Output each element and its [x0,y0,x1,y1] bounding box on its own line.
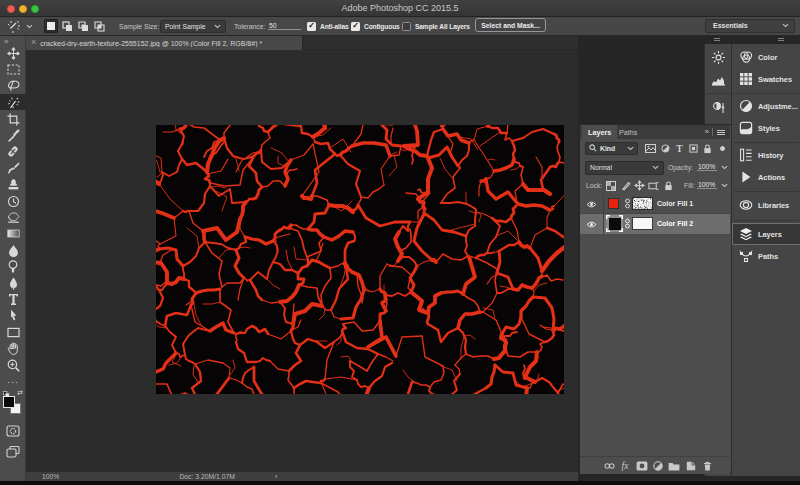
properties-panel-icon-button[interactable] [705,46,732,68]
chevron-down-icon[interactable] [721,165,728,170]
panel-button-layers[interactable]: Layers [732,223,800,245]
sample-size-select[interactable]: Point Sample [160,20,226,33]
panel-button-styles[interactable]: Styles [732,117,800,139]
type-tool[interactable] [0,291,26,307]
delete-layer-button[interactable] [701,460,713,472]
quick-mask-button[interactable] [0,423,26,439]
tab-layers[interactable]: Layers [582,125,617,139]
document-tab[interactable]: × cracked-dry-earth-texture-2555152.jpg … [26,36,303,50]
lock-position-button[interactable] [634,180,645,191]
brush-tool[interactable] [0,160,26,176]
magic-wand-tool[interactable] [0,94,26,110]
new-adjustment-layer-button[interactable] [652,460,664,472]
color-swatches-control[interactable]: ⇄ [3,391,23,413]
layer-row-color-fill-2[interactable]: Color Fill 2 [580,214,730,234]
layer-thumbnail-color-fill-1[interactable] [608,198,619,209]
lock-transparency-button[interactable] [605,180,616,191]
crop-tool[interactable] [0,111,26,127]
new-layer-button[interactable] [685,460,697,472]
chevron-down-icon[interactable] [721,183,728,188]
adjustments-panel-icon-button[interactable] [705,97,732,119]
new-selection-mode-button[interactable] [44,19,58,33]
fill-value[interactable]: 100% [697,181,717,189]
tool-preset-picker[interactable] [6,17,33,35]
path-selection-tool[interactable] [0,307,26,323]
blur-tool[interactable] [0,242,26,258]
layer-mask-thumbnail[interactable] [632,197,653,210]
opacity-value[interactable]: 100% [697,163,717,171]
mask-link-icon[interactable] [625,198,630,209]
layer-mask-thumbnail[interactable] [632,217,653,230]
filter-shape-layers-button[interactable] [688,143,699,154]
filter-kind-select[interactable]: Kind [585,142,638,155]
collapse-panel-chevrons[interactable]: » [705,127,708,136]
panel-button-adjustme[interactable]: Adjustme... [732,95,800,117]
filter-toggle[interactable] [719,145,726,152]
document-size-info[interactable]: Doc: 3.20M/1.07M [179,473,235,480]
gradient-tool[interactable] [0,225,26,241]
blend-mode-select[interactable]: Normal [585,161,664,175]
lock-artboard-button[interactable] [648,180,659,191]
filter-adjustment-layers-button[interactable] [660,143,671,154]
lock-pixels-button[interactable] [620,180,631,191]
hand-tool[interactable] [0,340,26,356]
dock-drag-handle[interactable] [714,38,720,41]
layer-name[interactable]: Color Fill 1 [657,200,693,207]
history-brush-tool[interactable] [0,193,26,209]
layer-visibility-toggle[interactable] [580,194,604,214]
titlebar: Adobe Photoshop CC 2015.5 [0,0,800,17]
canvas-image[interactable] [156,125,564,394]
zoom-tool[interactable] [0,357,26,373]
panel-button-paths[interactable]: Paths [732,245,800,267]
eyedropper-tool[interactable] [0,127,26,143]
add-layer-mask-button[interactable] [636,460,648,472]
layer-visibility-toggle[interactable] [580,214,604,234]
new-group-button[interactable] [668,460,680,472]
layer-row-color-fill-1[interactable]: Color Fill 1 [580,194,730,214]
move-tool[interactable] [0,45,26,61]
dodge-tool[interactable] [0,258,26,274]
zoom-level[interactable]: 100% [42,473,59,480]
panel-menu-icon[interactable] [717,130,725,135]
contiguous-checkbox[interactable]: ✓ Contiguous [351,17,400,35]
tolerance-input[interactable]: 50 [268,17,301,35]
foreground-color-swatch[interactable] [3,396,15,408]
filter-type-layers-button[interactable]: T [674,143,685,154]
canvas-pasteboard[interactable] [26,50,578,472]
layer-thumbnail-color-fill-2[interactable] [606,215,623,232]
layer-name[interactable]: Color Fill 2 [657,220,693,227]
select-and-mask-button[interactable]: Select and Mask... [475,18,546,32]
histogram-panel-icon-button[interactable] [705,68,732,90]
panel-button-swatches[interactable]: Swatches [732,68,800,90]
add-to-selection-mode-button[interactable] [60,19,74,33]
lasso-tool[interactable] [0,78,26,94]
subtract-from-selection-mode-button[interactable] [76,19,90,33]
screen-mode-button[interactable] [0,444,26,460]
intersect-selection-mode-button[interactable] [92,19,106,33]
rectangle-tool[interactable] [0,324,26,340]
pen-tool[interactable] [0,275,26,291]
eraser-tool[interactable] [0,209,26,225]
clone-stamp-tool[interactable] [0,176,26,192]
mask-link-icon[interactable] [625,218,630,229]
rectangular-marquee-tool[interactable] [0,61,26,77]
swap-colors-icon[interactable]: ⇄ [17,389,23,397]
layer-style-button[interactable]: fx [619,460,631,472]
status-chevron-icon[interactable]: › [275,473,277,480]
edit-toolbar-button[interactable]: ··· [0,377,26,387]
close-tab-icon[interactable]: × [31,38,36,47]
filter-smart-objects-button[interactable] [702,143,713,154]
panel-button-actions[interactable]: Actions [732,166,800,188]
anti-alias-checkbox[interactable]: ✓ Anti-alias [307,17,349,35]
dock-drag-handle[interactable] [778,38,784,41]
workspace-switcher[interactable]: Essentials [705,19,795,33]
panel-button-history[interactable]: History [732,144,800,166]
lock-all-button[interactable] [663,180,674,191]
tab-paths[interactable]: Paths [613,125,643,139]
filter-pixel-layers-button[interactable] [645,143,656,154]
panel-button-color[interactable]: Color [732,46,800,68]
panel-button-libraries[interactable]: Libraries [732,194,800,216]
link-layers-button[interactable] [603,460,615,472]
spot-healing-brush-tool[interactable] [0,143,26,159]
sample-all-layers-checkbox[interactable]: Sample All Layers [402,17,470,35]
